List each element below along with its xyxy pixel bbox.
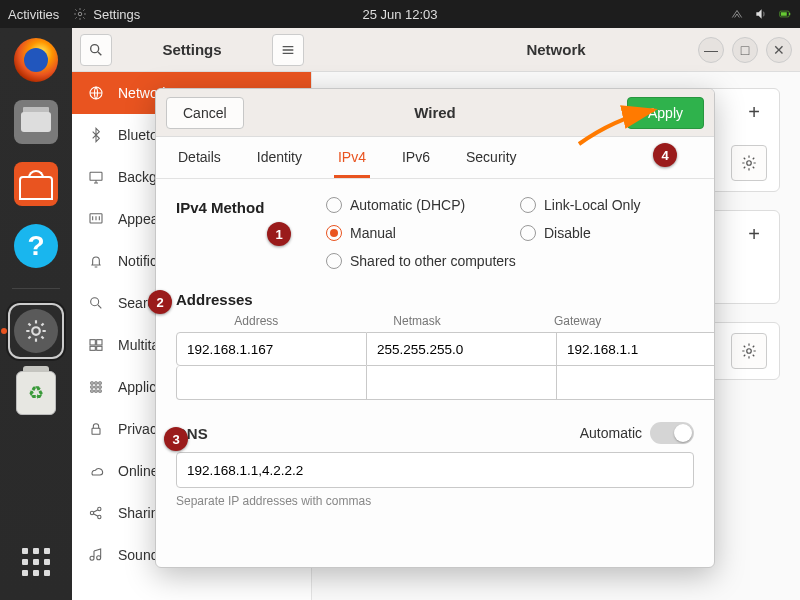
- svg-point-9: [91, 297, 99, 305]
- radio-manual[interactable]: Manual: [326, 225, 500, 241]
- software-icon: [14, 162, 58, 206]
- wired-settings-button[interactable]: [731, 145, 767, 181]
- tab-details[interactable]: Details: [174, 139, 225, 178]
- window-close-button[interactable]: ✕: [766, 37, 792, 63]
- tab-security[interactable]: Security: [462, 139, 521, 178]
- add-wired-button[interactable]: +: [741, 99, 767, 125]
- svg-point-28: [747, 349, 752, 354]
- annotation-marker-1: 1: [267, 222, 291, 246]
- svg-rect-7: [90, 172, 102, 180]
- svg-rect-12: [90, 346, 95, 350]
- radio-link-local[interactable]: Link-Local Only: [520, 197, 694, 213]
- add-vpn-button[interactable]: +: [741, 221, 767, 247]
- window-maximize-button[interactable]: □: [732, 37, 758, 63]
- svg-point-19: [99, 385, 102, 388]
- cancel-button[interactable]: Cancel: [166, 97, 244, 129]
- files-icon: [14, 100, 58, 144]
- dialog-body: IPv4 Method Automatic (DHCP) Link-Local …: [156, 179, 714, 567]
- netmask-input[interactable]: [367, 332, 557, 366]
- dock-trash[interactable]: [10, 367, 62, 419]
- address-row: [176, 332, 694, 366]
- activities-button[interactable]: Activities: [8, 7, 59, 22]
- address-row: [176, 366, 694, 400]
- radio-automatic-dhcp[interactable]: Automatic (DHCP): [326, 197, 500, 213]
- window-minimize-button[interactable]: —: [698, 37, 724, 63]
- svg-point-21: [95, 389, 98, 392]
- hamburger-menu-button[interactable]: [272, 34, 304, 66]
- svg-point-14: [91, 381, 94, 384]
- svg-point-27: [747, 161, 752, 166]
- svg-point-17: [91, 385, 94, 388]
- address-input[interactable]: [176, 366, 367, 400]
- gateway-input[interactable]: [557, 366, 714, 400]
- radio-disable[interactable]: Disable: [520, 225, 694, 241]
- trash-icon: [16, 371, 56, 415]
- svg-rect-10: [90, 339, 95, 344]
- show-applications-button[interactable]: [10, 536, 62, 588]
- svg-point-20: [91, 389, 94, 392]
- col-gateway: Gateway: [497, 314, 658, 328]
- svg-rect-23: [92, 428, 100, 434]
- annotation-marker-3: 3: [164, 427, 188, 451]
- dock-settings[interactable]: [10, 305, 62, 357]
- svg-point-18: [95, 385, 98, 388]
- netmask-input[interactable]: [367, 366, 557, 400]
- svg-rect-3: [789, 13, 790, 15]
- svg-point-16: [99, 381, 102, 384]
- wired-connection-dialog: Cancel Wired Apply Details Identity IPv4…: [155, 88, 715, 568]
- window-titlebar: Settings Network — □ ✕: [72, 28, 800, 72]
- dock-help[interactable]: ?: [10, 220, 62, 272]
- addresses-label: Addresses: [176, 291, 694, 308]
- battery-icon[interactable]: [778, 7, 792, 21]
- tab-ipv6[interactable]: IPv6: [398, 139, 434, 178]
- radio-shared[interactable]: Shared to other computers: [326, 253, 694, 269]
- dns-servers-input[interactable]: [176, 452, 694, 488]
- page-title: Network: [526, 41, 585, 58]
- tab-identity[interactable]: Identity: [253, 139, 306, 178]
- dns-automatic-switch[interactable]: [650, 422, 694, 444]
- volume-icon[interactable]: [754, 7, 768, 21]
- dialog-title: Wired: [414, 104, 456, 121]
- col-address: Address: [176, 314, 337, 328]
- annotation-arrow: [574, 104, 664, 154]
- address-input[interactable]: [176, 332, 367, 366]
- annotation-marker-4: 4: [653, 143, 677, 167]
- settings-icon: [14, 309, 58, 353]
- gateway-input[interactable]: [557, 332, 714, 366]
- dock-firefox[interactable]: [10, 34, 62, 86]
- svg-rect-13: [97, 346, 102, 350]
- apps-grid-icon: [22, 548, 50, 576]
- gear-icon: [73, 7, 87, 21]
- dock-files[interactable]: [10, 96, 62, 148]
- dock-software[interactable]: [10, 158, 62, 210]
- annotation-marker-2: 2: [148, 290, 172, 314]
- tab-ipv4[interactable]: IPv4: [334, 139, 370, 178]
- network-status-icon[interactable]: [730, 7, 744, 21]
- sidebar-search-button[interactable]: [80, 34, 112, 66]
- sidebar-title: Settings: [162, 41, 221, 58]
- col-netmask: Netmask: [337, 314, 498, 328]
- help-icon: ?: [14, 224, 58, 268]
- svg-point-5: [91, 44, 99, 52]
- top-bar: Activities Settings 25 Jun 12:03: [0, 0, 800, 28]
- firefox-icon: [14, 38, 58, 82]
- topbar-datetime[interactable]: 25 Jun 12:03: [362, 7, 437, 22]
- svg-point-0: [79, 12, 83, 16]
- svg-rect-11: [97, 339, 102, 344]
- dns-hint: Separate IP addresses with commas: [176, 494, 694, 508]
- ipv4-method-label: IPv4 Method: [176, 197, 326, 269]
- dock: ?: [0, 28, 72, 600]
- svg-point-4: [32, 327, 40, 335]
- proxy-settings-button[interactable]: [731, 333, 767, 369]
- topbar-app[interactable]: Settings: [73, 7, 140, 22]
- svg-point-15: [95, 381, 98, 384]
- svg-point-22: [99, 389, 102, 392]
- dns-automatic-label: Automatic: [580, 425, 642, 441]
- svg-rect-2: [781, 12, 787, 16]
